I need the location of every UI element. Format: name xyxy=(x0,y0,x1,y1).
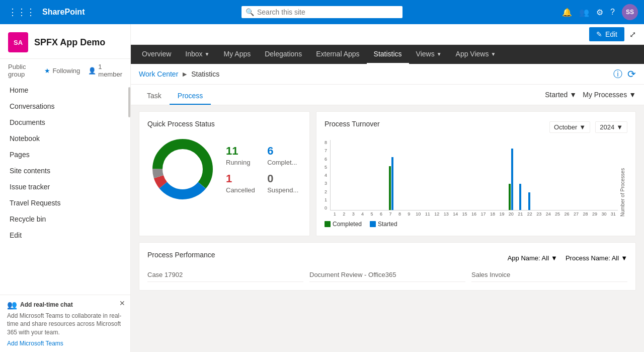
add-microsoft-teams-link[interactable]: Add Microsoft Teams xyxy=(7,340,63,347)
sidebar-item-conversations[interactable]: Conversations xyxy=(0,98,130,114)
breadcrumb-bar: Work Center ► Statistics ⓘ ⟳ xyxy=(131,64,644,85)
bar-group-day-7 xyxy=(387,157,396,210)
teams-icon-top[interactable]: 👥 xyxy=(579,8,589,17)
bar-group-day-12 xyxy=(433,209,442,210)
sidebar-item-recycle-bin[interactable]: Recycle bin xyxy=(0,211,130,227)
x-label-day-11: 11 xyxy=(423,212,432,217)
sidebar-item-notebook[interactable]: Notebook xyxy=(0,130,130,147)
members-item[interactable]: 👤 1 member xyxy=(88,63,122,78)
subnav-overview[interactable]: Overview xyxy=(135,45,178,64)
sidebar-item-documents[interactable]: Documents xyxy=(0,114,130,130)
subnav-external-apps[interactable]: External Apps xyxy=(309,45,366,64)
status-filter-button[interactable]: Started ▼ xyxy=(545,91,577,99)
expand-icon[interactable]: ⤢ xyxy=(629,30,636,39)
x-label-day-15: 15 xyxy=(460,212,469,217)
x-label-day-3: 3 xyxy=(349,212,358,217)
subnav-app-views[interactable]: App Views ▼ xyxy=(449,45,503,64)
turnover-filters: October ▼ 2024 ▼ xyxy=(549,121,627,133)
tab-task[interactable]: Task xyxy=(139,88,170,105)
edit-bar: ✎ Edit ⤢ xyxy=(131,24,644,45)
search-bar: 🔍 xyxy=(242,6,403,18)
bar-group-day-31 xyxy=(608,209,617,210)
app-title: SharePoint xyxy=(42,8,85,17)
stat-suspended-label: Suspend... xyxy=(267,186,298,194)
breadcrumb-parent-link[interactable]: Work Center xyxy=(139,70,178,78)
site-visibility: Public group xyxy=(8,63,36,78)
subnav-delegations[interactable]: Delegations xyxy=(258,45,309,64)
main-content: ✎ Edit ⤢ Overview Inbox ▼ My Apps Delega… xyxy=(131,24,644,352)
page-layout: SA SPFX App Demo Public group ★ Followin… xyxy=(0,24,644,352)
person-icon: 👤 xyxy=(88,67,96,75)
search-input[interactable] xyxy=(257,8,398,16)
perf-col-1: Case 17902 xyxy=(147,271,303,282)
processes-filter-arrow: ▼ xyxy=(629,91,636,99)
refresh-icon[interactable]: ⟳ xyxy=(627,68,636,80)
sidebar-scrollbar[interactable] xyxy=(128,82,130,295)
x-label-day-8: 8 xyxy=(395,212,404,217)
x-axis: 1234567891011121314151617181920212223242… xyxy=(330,212,618,217)
subnav-my-apps[interactable]: My Apps xyxy=(217,45,258,64)
processes-filter-button[interactable]: My Processes ▼ xyxy=(583,91,636,99)
sidebar-item-travel-requests[interactable]: Travel Requests xyxy=(0,195,130,211)
legend-started: Started xyxy=(370,221,397,228)
notification-icon[interactable]: 🔔 xyxy=(562,8,572,17)
top-bar-right: 🔔 👥 ⚙ ? SS xyxy=(562,4,638,20)
close-teams-promo-icon[interactable]: ✕ xyxy=(119,299,125,307)
breadcrumb-current: Statistics xyxy=(191,70,219,78)
stat-running: 11 Running xyxy=(226,145,257,166)
help-icon[interactable]: ? xyxy=(610,8,615,17)
charts-row: Quick Process Status xyxy=(139,111,636,236)
edit-pencil-icon: ✎ xyxy=(596,30,602,38)
tab-process[interactable]: Process xyxy=(170,88,211,105)
bar-group-day-23 xyxy=(534,209,543,210)
bar-group-day-20 xyxy=(507,149,516,210)
sidebar-header: SA SPFX App Demo xyxy=(0,24,130,59)
stat-completed-number: 6 xyxy=(267,145,298,158)
stat-suspended-number: 0 xyxy=(267,172,298,185)
stat-running-label: Running xyxy=(226,159,257,166)
app-views-dropdown-icon: ▼ xyxy=(491,51,496,57)
y-axis: 8 7 6 5 4 3 2 1 0 xyxy=(325,140,328,210)
subnav-inbox[interactable]: Inbox ▼ xyxy=(178,45,216,64)
sidebar-item-home[interactable]: Home xyxy=(0,82,130,98)
completed-bar xyxy=(389,166,391,210)
month-filter[interactable]: October ▼ xyxy=(549,121,590,133)
bar-group-day-4 xyxy=(359,209,368,210)
turnover-title: Process Turnover xyxy=(325,120,380,128)
turnover-card: Process Turnover October ▼ 2024 ▼ xyxy=(316,111,636,236)
sidebar-item-pages[interactable]: Pages xyxy=(0,147,130,163)
following-item[interactable]: ★ Following xyxy=(44,67,80,75)
settings-icon[interactable]: ⚙ xyxy=(596,8,603,17)
edit-button[interactable]: ✎ Edit xyxy=(589,27,624,41)
subnav-views[interactable]: Views ▼ xyxy=(409,45,449,64)
site-contents-label: Site contents xyxy=(10,167,50,175)
breadcrumb-separator: ► xyxy=(181,70,188,78)
sidebar-item-issue-tracker[interactable]: Issue tracker xyxy=(0,179,130,195)
info-icon[interactable]: ⓘ xyxy=(613,68,622,80)
x-label-day-28: 28 xyxy=(581,212,590,217)
x-label-day-25: 25 xyxy=(553,212,562,217)
app-name-filter[interactable]: App Name: All ▼ xyxy=(508,254,557,262)
waffle-icon[interactable]: ⋮⋮⋮ xyxy=(6,5,37,20)
sidebar-item-site-contents[interactable]: Site contents xyxy=(0,163,130,179)
bar-group-day-18 xyxy=(488,209,497,210)
bar-group-day-9 xyxy=(405,209,414,210)
home-label: Home xyxy=(10,86,28,94)
bar-group-day-11 xyxy=(424,209,433,210)
breadcrumb-actions: ⓘ ⟳ xyxy=(613,68,636,80)
process-name-filter[interactable]: Process Name: All ▼ xyxy=(566,254,627,262)
stat-suspended: 0 Suspend... xyxy=(267,172,298,194)
x-label-day-27: 27 xyxy=(572,212,581,217)
x-label-day-21: 21 xyxy=(516,212,525,217)
x-label-day-18: 18 xyxy=(488,212,497,217)
sidebar-item-edit[interactable]: Edit xyxy=(0,227,130,243)
subnav-statistics[interactable]: Statistics xyxy=(367,45,409,64)
bar-group-day-22 xyxy=(525,192,534,210)
x-label-day-30: 30 xyxy=(599,212,608,217)
donut-stats: 11 Running 6 Complet... 1 Cancelled xyxy=(147,134,301,204)
stat-completed: 6 Complet... xyxy=(267,145,298,166)
bar-group-day-10 xyxy=(415,209,424,210)
stat-cancelled-label: Cancelled xyxy=(226,186,257,194)
avatar[interactable]: SS xyxy=(622,4,638,20)
year-filter[interactable]: 2024 ▼ xyxy=(595,121,627,133)
